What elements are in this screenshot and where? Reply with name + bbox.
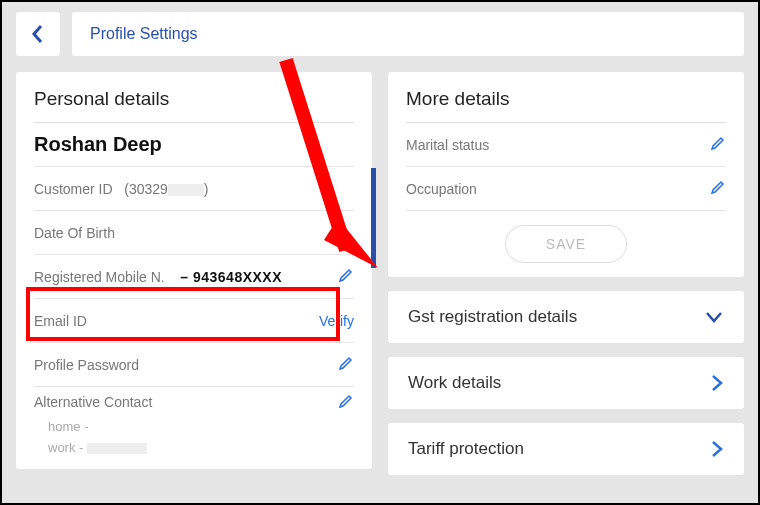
save-button[interactable]: SAVE	[505, 225, 627, 263]
more-details-card: More details Marital status Occupation S…	[388, 72, 744, 277]
customer-id-row: Customer ID (30329)	[34, 167, 354, 211]
work-label: Work details	[408, 373, 501, 393]
edit-occupation-button[interactable]	[710, 179, 726, 198]
pencil-icon	[338, 393, 354, 409]
scroll-indicator	[371, 168, 376, 268]
work-accordion[interactable]: Work details	[388, 357, 744, 409]
password-label: Profile Password	[34, 357, 139, 373]
content: Personal details Roshan Deep Customer ID…	[2, 64, 758, 495]
customer-id-label: Customer ID (30329)	[34, 181, 209, 197]
mobile-value: – 943648XXXX	[180, 269, 282, 285]
gst-label: Gst registration details	[408, 307, 577, 327]
personal-details-card: Personal details Roshan Deep Customer ID…	[16, 72, 372, 469]
alt-contact-row: Alternative Contact home - work -	[34, 387, 354, 459]
marital-row: Marital status	[406, 123, 726, 167]
back-button[interactable]	[16, 12, 60, 56]
pencil-icon	[338, 267, 354, 283]
email-label: Email ID	[34, 313, 87, 329]
mobile-label: Registered Mobile N. – 943648XXXX	[34, 269, 282, 285]
chevron-left-icon	[30, 24, 46, 44]
header: Profile Settings	[2, 2, 758, 64]
alt-contact-label: Alternative Contact	[34, 394, 152, 410]
left-column: Personal details Roshan Deep Customer ID…	[16, 72, 372, 495]
personal-title: Personal details	[34, 88, 354, 123]
pencil-icon	[710, 179, 726, 195]
more-title: More details	[406, 88, 726, 123]
customer-name: Roshan Deep	[34, 123, 354, 167]
tariff-accordion[interactable]: Tariff protection	[388, 423, 744, 475]
dob-row: Date Of Birth	[34, 211, 354, 255]
email-row: Email ID Verify	[34, 299, 354, 343]
password-row: Profile Password	[34, 343, 354, 387]
pencil-icon	[338, 355, 354, 371]
occupation-row: Occupation	[406, 167, 726, 211]
dob-label: Date Of Birth	[34, 225, 115, 241]
edit-mobile-button[interactable]	[338, 267, 354, 286]
chevron-down-icon	[704, 310, 724, 324]
alt-work: work -	[34, 438, 354, 459]
mobile-row: Registered Mobile N. – 943648XXXX	[34, 255, 354, 299]
marital-label: Marital status	[406, 137, 489, 153]
occupation-label: Occupation	[406, 181, 477, 197]
edit-alt-contact-button[interactable]	[338, 393, 354, 412]
edit-password-button[interactable]	[338, 355, 354, 374]
alt-home: home -	[34, 417, 354, 438]
page-title: Profile Settings	[72, 12, 744, 56]
chevron-right-icon	[710, 374, 724, 392]
app-frame: Profile Settings Personal details Roshan…	[2, 2, 758, 503]
tariff-label: Tariff protection	[408, 439, 524, 459]
pencil-icon	[710, 135, 726, 151]
chevron-right-icon	[710, 440, 724, 458]
verify-email-link[interactable]: Verify	[319, 313, 354, 329]
edit-marital-button[interactable]	[710, 135, 726, 154]
right-column: More details Marital status Occupation S…	[388, 72, 744, 495]
gst-accordion[interactable]: Gst registration details	[388, 291, 744, 343]
